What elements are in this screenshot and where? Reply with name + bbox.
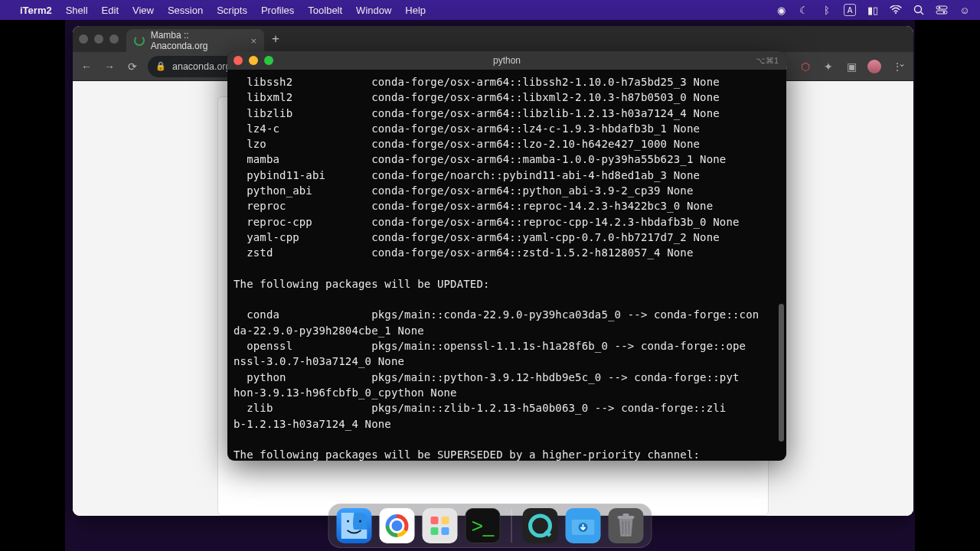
dock-separator xyxy=(511,509,512,543)
macos-menubar: iTerm2 Shell Edit View Session Scripts P… xyxy=(0,0,980,20)
close-tab-icon[interactable]: × xyxy=(250,35,256,47)
record-icon[interactable]: ◉ xyxy=(775,4,787,16)
svg-point-5 xyxy=(939,7,941,9)
menubar-view[interactable]: View xyxy=(132,5,154,16)
menubar-window[interactable]: Window xyxy=(356,5,391,16)
extension-icon[interactable]: ⬡ xyxy=(799,60,812,73)
new-tab-button[interactable]: + xyxy=(272,31,279,47)
menubar-help[interactable]: Help xyxy=(405,5,426,16)
svg-rect-3 xyxy=(936,6,947,9)
iterm-window: python ⌥⌘1 libssh2 conda-forge/osx-arm64… xyxy=(227,51,786,461)
svg-line-2 xyxy=(921,12,924,15)
launchpad-icon[interactable] xyxy=(423,508,458,543)
svg-rect-12 xyxy=(431,527,439,535)
svg-point-9 xyxy=(359,520,361,523)
iterm-title-text: python xyxy=(227,55,786,66)
browser-tab[interactable]: Mamba :: Anaconda.org × xyxy=(126,29,264,52)
reload-button[interactable]: ⟳ xyxy=(125,60,140,73)
reading-list-icon[interactable]: ▣ xyxy=(844,60,858,73)
trash-icon[interactable] xyxy=(609,508,644,543)
extensions-menu-icon[interactable]: ✦ xyxy=(822,60,835,73)
menubar-session[interactable]: Session xyxy=(168,5,203,16)
wifi-icon[interactable] xyxy=(890,4,902,16)
finder-icon[interactable] xyxy=(337,508,372,543)
chrome-icon[interactable] xyxy=(380,508,415,543)
quicktime-icon[interactable] xyxy=(523,508,558,543)
lock-icon: 🔒 xyxy=(155,61,166,71)
svg-rect-13 xyxy=(442,527,449,535)
svg-point-1 xyxy=(915,6,922,13)
forward-button[interactable]: → xyxy=(102,60,117,73)
zoom-window-icon[interactable] xyxy=(109,34,119,44)
back-button[interactable]: ← xyxy=(79,60,94,73)
minimize-window-icon[interactable] xyxy=(94,34,103,44)
anaconda-favicon-icon xyxy=(134,35,145,46)
profile-avatar-icon[interactable] xyxy=(867,60,881,73)
extension-icons: ◎ ⬡ ✦ ▣ ⋮ xyxy=(773,60,907,73)
tab-title: Mamba :: Anaconda.org xyxy=(151,30,245,51)
iterm-titlebar[interactable]: python ⌥⌘1 xyxy=(227,51,786,70)
macos-dock: >_ xyxy=(328,504,652,548)
svg-rect-19 xyxy=(623,514,629,517)
scrollbar[interactable] xyxy=(779,304,784,442)
chrome-window-controls[interactable] xyxy=(79,34,119,44)
battery-icon[interactable]: ▮▯ xyxy=(867,4,879,16)
svg-point-8 xyxy=(347,520,349,523)
svg-point-0 xyxy=(895,12,897,14)
downloads-icon[interactable] xyxy=(566,508,601,543)
close-window-icon[interactable] xyxy=(79,34,88,44)
control-center-icon[interactable] xyxy=(936,4,948,16)
svg-rect-10 xyxy=(431,517,439,524)
menubar-shell[interactable]: Shell xyxy=(66,5,88,16)
menubar-scripts[interactable]: Scripts xyxy=(217,5,247,16)
menubar-edit[interactable]: Edit xyxy=(102,5,119,16)
menubar-profiles[interactable]: Profiles xyxy=(261,5,294,16)
iterm-shortcut: ⌥⌘1 xyxy=(756,56,779,66)
svg-rect-4 xyxy=(936,11,947,14)
svg-point-6 xyxy=(943,11,946,14)
svg-rect-11 xyxy=(442,517,449,524)
chrome-tabstrip: Mamba :: Anaconda.org × + xyxy=(73,26,913,52)
terminal-icon[interactable]: >_ xyxy=(466,508,501,543)
menubar-toolbelt[interactable]: Toolbelt xyxy=(308,5,342,16)
menubar-app[interactable]: iTerm2 xyxy=(20,5,52,16)
moon-icon[interactable]: ☾ xyxy=(798,4,810,16)
terminal-output[interactable]: libssh2 conda-forge/osx-arm64::libssh2-1… xyxy=(227,70,786,461)
tabs-dropdown-icon[interactable]: ⌄ xyxy=(898,58,906,69)
bluetooth-icon[interactable]: ᛒ xyxy=(821,4,833,16)
user-icon[interactable]: ☺ xyxy=(959,4,971,16)
keyboard-layout-icon[interactable]: A xyxy=(844,4,856,16)
search-icon[interactable] xyxy=(913,4,925,16)
